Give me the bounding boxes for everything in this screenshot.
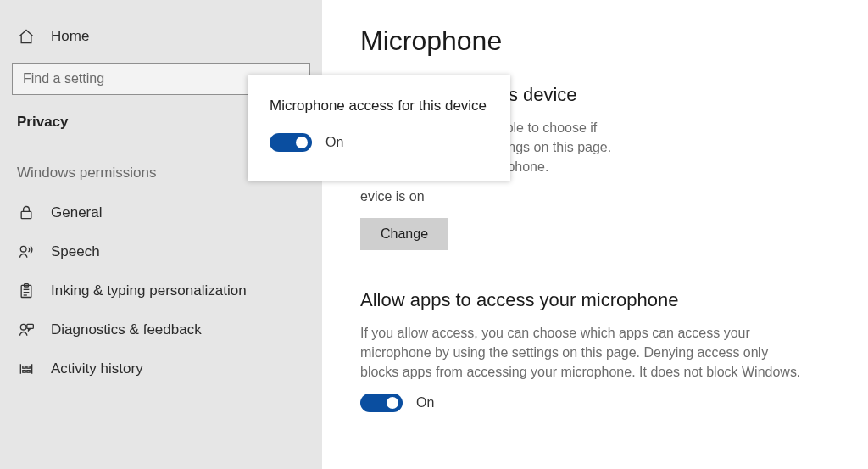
svg-rect-8 [27, 324, 34, 328]
sidebar-item-label: Diagnostics & feedback [51, 321, 202, 338]
sidebar-item-general[interactable]: General [0, 193, 322, 232]
svg-rect-0 [21, 211, 31, 218]
settings-sidebar: Home Privacy Windows permissions General… [0, 0, 322, 469]
change-button[interactable]: Change [360, 218, 448, 250]
svg-point-1 [20, 246, 26, 252]
microphone-access-popup: Microphone access for this device On [248, 75, 510, 181]
sidebar-item-label: Inking & typing personalization [51, 282, 247, 299]
toggle-pill [270, 133, 312, 152]
svg-rect-14 [27, 371, 30, 373]
sidebar-item-label: Activity history [51, 360, 143, 377]
feedback-icon [17, 321, 36, 339]
apps-access-toggle[interactable]: On [360, 394, 434, 412]
clipboard-icon [17, 282, 36, 300]
sidebar-item-label: Speech [51, 243, 100, 260]
lock-icon [17, 204, 36, 222]
sidebar-item-home[interactable]: Home [0, 17, 322, 56]
sidebar-item-diagnostics[interactable]: Diagnostics & feedback [0, 310, 322, 349]
sidebar-item-inking[interactable]: Inking & typing personalization [0, 271, 322, 310]
svg-point-7 [20, 324, 26, 330]
main-content: Microphone microphone on this device sin… [322, 0, 868, 469]
home-icon [17, 27, 36, 46]
home-label: Home [51, 28, 89, 45]
svg-rect-13 [23, 371, 25, 373]
sidebar-item-speech[interactable]: Speech [0, 232, 322, 271]
page-title: Microphone [360, 25, 843, 57]
toggle-state-label: On [416, 395, 434, 410]
toggle-state-label: On [326, 135, 343, 150]
device-access-toggle[interactable]: On [270, 133, 343, 152]
section2-heading: Allow apps to access your microphone [360, 289, 843, 311]
popup-title: Microphone access for this device [270, 97, 488, 116]
toggle-pill [360, 394, 403, 412]
svg-rect-11 [23, 366, 25, 369]
activity-icon [17, 360, 36, 378]
section2-body: If you allow access, you can choose whic… [360, 323, 801, 382]
sidebar-item-label: General [51, 204, 102, 221]
svg-rect-12 [27, 366, 30, 369]
sidebar-item-activity[interactable]: Activity history [0, 349, 322, 388]
speech-icon [17, 243, 36, 261]
section1-status: evice is on [360, 189, 843, 204]
